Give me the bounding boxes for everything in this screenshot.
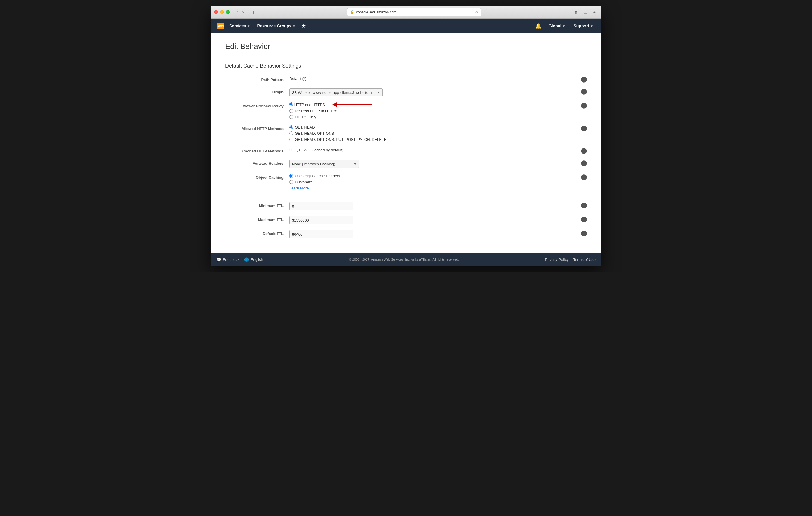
address-bar-wrap: 🔒 console.aws.amazon.com ↻ xyxy=(259,8,570,16)
viewer-protocol-value-wrap: HTTP and HTTPS Redirect HTTP to HTTPS xyxy=(289,102,587,119)
new-tab-button[interactable]: + xyxy=(591,9,598,15)
all-methods-option[interactable]: GET, HEAD, OPTIONS, PUT, POST, PATCH, DE… xyxy=(289,137,578,142)
resource-groups-menu[interactable]: Resource Groups ▼ xyxy=(254,19,299,33)
services-label: Services xyxy=(229,24,246,28)
origin-content: S3-Website-www-notes-app-client.s3-websi… xyxy=(289,88,578,96)
get-head-label: GET, HEAD xyxy=(295,125,315,129)
minimum-ttl-info[interactable]: i xyxy=(581,203,587,208)
section-divider xyxy=(225,57,587,57)
get-head-options-option[interactable]: GET, HEAD, OPTIONS xyxy=(289,131,578,135)
http-https-radio[interactable] xyxy=(289,102,293,106)
customize-option[interactable]: Customize xyxy=(289,180,578,184)
use-origin-label: Use Origin Cache Headers xyxy=(295,174,340,178)
learn-more-link[interactable]: Learn More xyxy=(289,186,309,190)
origin-value-wrap: S3-Website-www-notes-app-client.s3-websi… xyxy=(289,88,587,96)
default-ttl-info[interactable]: i xyxy=(581,231,587,236)
redirect-label: Redirect HTTP to HTTPS xyxy=(295,109,338,113)
forward-headers-row: Forward Headers None (Improves Caching) … xyxy=(225,160,587,168)
tab-button[interactable]: ▢ xyxy=(248,9,256,15)
bell-icon[interactable]: 🔔 xyxy=(533,23,544,29)
all-methods-radio[interactable] xyxy=(289,138,293,142)
get-head-radio[interactable] xyxy=(289,125,293,129)
https-only-radio[interactable] xyxy=(289,115,293,119)
customize-label: Customize xyxy=(295,180,313,184)
forward-button[interactable]: › xyxy=(240,9,245,16)
duplicate-tab-button[interactable]: □ xyxy=(582,9,589,15)
cached-methods-info[interactable]: i xyxy=(581,148,587,154)
default-ttl-label: Default TTL xyxy=(225,230,289,236)
redirect-option[interactable]: Redirect HTTP to HTTPS xyxy=(289,109,578,113)
support-label: Support xyxy=(573,24,589,28)
english-button[interactable]: 🌐 English xyxy=(244,257,263,262)
url-text: console.aws.amazon.com xyxy=(356,10,396,14)
minimum-ttl-value-wrap: i xyxy=(289,202,587,210)
main-content: Edit Behavior Default Cache Behavior Set… xyxy=(210,33,602,253)
footer-left: 💬 Feedback 🌐 English xyxy=(216,257,263,262)
maximum-ttl-content xyxy=(289,216,578,224)
redirect-radio[interactable] xyxy=(289,109,293,113)
https-only-label: HTTPS Only xyxy=(295,115,316,119)
use-origin-radio[interactable] xyxy=(289,174,293,178)
http-https-option[interactable]: HTTP and HTTPS xyxy=(289,102,578,107)
allowed-methods-row: Allowed HTTP Methods GET, HEAD GET, HEAD… xyxy=(225,125,587,142)
get-head-options-label: GET, HEAD, OPTIONS xyxy=(295,131,334,135)
privacy-policy-link[interactable]: Privacy Policy xyxy=(545,257,569,262)
default-ttl-row: Default TTL i xyxy=(225,230,587,238)
get-head-options-radio[interactable] xyxy=(289,131,293,135)
maximize-button[interactable] xyxy=(226,10,230,14)
customize-radio[interactable] xyxy=(289,180,293,184)
cached-methods-content: GET, HEAD (Cached by default) xyxy=(289,148,578,152)
terms-of-use-link[interactable]: Terms of Use xyxy=(573,257,596,262)
minimize-button[interactable] xyxy=(220,10,224,14)
viewer-protocol-info[interactable]: i xyxy=(581,103,587,109)
minimum-ttl-input[interactable] xyxy=(289,202,353,210)
maximum-ttl-input[interactable] xyxy=(289,216,353,224)
viewer-protocol-row: Viewer Protocol Policy HTTP and HTTPS xyxy=(225,102,587,119)
support-menu[interactable]: Support ▼ xyxy=(570,19,597,33)
resource-groups-chevron: ▼ xyxy=(293,25,295,28)
feedback-button[interactable]: 💬 Feedback xyxy=(216,257,239,262)
path-pattern-value: Default (*) xyxy=(289,76,307,81)
global-menu[interactable]: Global ▼ xyxy=(545,19,569,33)
origin-info[interactable]: i xyxy=(581,89,587,95)
default-ttl-content xyxy=(289,230,578,238)
services-menu[interactable]: Services ▼ xyxy=(226,19,254,33)
arrow-line xyxy=(337,104,372,105)
get-head-option[interactable]: GET, HEAD xyxy=(289,125,578,129)
viewer-protocol-radio-group: HTTP and HTTPS Redirect HTTP to HTTPS xyxy=(289,102,578,119)
object-caching-info[interactable]: i xyxy=(581,174,587,180)
aws-logo[interactable]: AWS xyxy=(215,21,226,31)
allowed-methods-radio-group: GET, HEAD GET, HEAD, OPTIONS GET, HEAD, … xyxy=(289,125,578,142)
forward-headers-content: None (Improves Caching) xyxy=(289,160,578,168)
allowed-methods-content: GET, HEAD GET, HEAD, OPTIONS GET, HEAD, … xyxy=(289,125,578,142)
default-ttl-input[interactable] xyxy=(289,230,353,238)
footer: 💬 Feedback 🌐 English © 2008 - 2017, Amaz… xyxy=(210,253,602,266)
maximum-ttl-info[interactable]: i xyxy=(581,217,587,222)
share-button[interactable]: ⬆ xyxy=(572,9,580,15)
footer-copyright: © 2008 - 2017, Amazon Web Services, Inc.… xyxy=(263,258,545,261)
traffic-lights xyxy=(214,10,230,14)
global-label: Global xyxy=(549,24,561,28)
path-pattern-value-wrap: Default (*) i xyxy=(289,76,587,83)
path-pattern-info[interactable]: i xyxy=(581,77,587,83)
object-caching-content: Use Origin Cache Headers Customize Learn… xyxy=(289,174,578,190)
section-title: Default Cache Behavior Settings xyxy=(225,63,587,69)
footer-right: Privacy Policy Terms of Use xyxy=(545,257,596,262)
arrow-head xyxy=(332,102,337,107)
page-title: Edit Behavior xyxy=(225,42,587,51)
pin-icon[interactable]: ★ xyxy=(299,23,308,29)
reload-icon[interactable]: ↻ xyxy=(475,10,478,14)
maximum-ttl-label: Maximum TTL xyxy=(225,216,289,222)
origin-select[interactable]: S3-Website-www-notes-app-client.s3-websi… xyxy=(289,88,383,96)
default-ttl-value-wrap: i xyxy=(289,230,587,238)
close-button[interactable] xyxy=(214,10,218,14)
maximum-ttl-value-wrap: i xyxy=(289,216,587,224)
address-bar[interactable]: 🔒 console.aws.amazon.com ↻ xyxy=(347,8,481,16)
https-only-option[interactable]: HTTPS Only xyxy=(289,115,578,119)
allowed-methods-info[interactable]: i xyxy=(581,126,587,131)
forward-headers-select[interactable]: None (Improves Caching) xyxy=(289,160,359,168)
forward-headers-info[interactable]: i xyxy=(581,160,587,166)
viewer-protocol-content: HTTP and HTTPS Redirect HTTP to HTTPS xyxy=(289,102,578,119)
back-button[interactable]: ‹ xyxy=(235,9,240,16)
use-origin-option[interactable]: Use Origin Cache Headers xyxy=(289,174,578,178)
